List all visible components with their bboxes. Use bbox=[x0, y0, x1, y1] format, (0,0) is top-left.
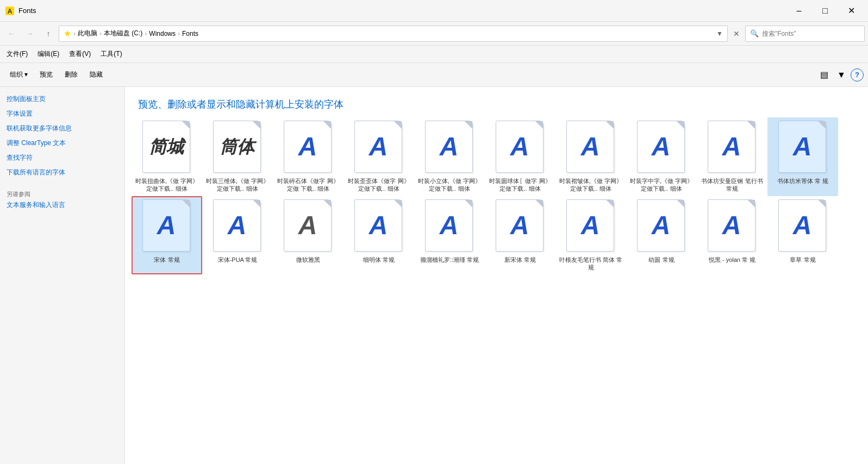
hide-button[interactable]: 隐藏 bbox=[84, 68, 108, 81]
breadcrumb-thispc[interactable]: 此电脑 bbox=[78, 29, 97, 38]
svg-text:A: A bbox=[8, 8, 13, 15]
search-icon: 🔍 bbox=[750, 29, 759, 37]
close-button[interactable]: ✕ bbox=[839, 2, 864, 20]
preview-button[interactable]: 预览 bbox=[34, 68, 58, 81]
view-toggle-button[interactable]: ▤ bbox=[816, 67, 832, 83]
font-name-f16: 新宋体 常规 bbox=[488, 256, 552, 264]
window-controls: – □ ✕ bbox=[786, 2, 864, 20]
font-name-f19: 悦黑 - yolan 常 规 bbox=[700, 256, 764, 264]
font-item-f19[interactable]: A悦黑 - yolan 常 规 bbox=[697, 196, 767, 275]
menu-file[interactable]: 文件(F) bbox=[2, 47, 32, 61]
sep3: › bbox=[145, 30, 147, 37]
font-name-f8: 时装字中字,《做 字网》定做下载.. 细体 bbox=[629, 177, 694, 193]
sidebar-link-settings[interactable]: 字体设置 bbox=[4, 108, 120, 120]
sep1: › bbox=[73, 30, 76, 37]
content-area: 预览、删除或者显示和隐藏计算机上安装的字体 简城时装扭曲体,《做 字网》定做下载… bbox=[125, 87, 868, 464]
font-name-f3: 时装碎石体《做字 网》定做 下载.. 细体 bbox=[276, 177, 340, 193]
font-name-f10: 书体坊米芾体 常 规 bbox=[771, 177, 835, 185]
app-icon: A bbox=[4, 5, 15, 16]
search-box[interactable]: 🔍 bbox=[745, 26, 865, 42]
font-item-f12[interactable]: A宋体-PUA 常规 bbox=[202, 196, 273, 275]
font-item-f7[interactable]: A时装褶皱体,《做 字网》定做下载.. 细体 bbox=[555, 117, 626, 196]
menu-edit[interactable]: 编辑(E) bbox=[33, 47, 64, 61]
font-name-f2: 时装三维体,《做 字网》定做下载.. 细体 bbox=[205, 177, 270, 193]
font-item-f1[interactable]: 简城时装扭曲体,《做 字网》定做下载.. 细体 bbox=[132, 117, 202, 196]
address-bar: ← → ↑ ★ › 此电脑 › 本地磁盘 (C:) › Windows › Fo… bbox=[0, 22, 868, 46]
font-name-f4: 时装歪歪体《做字 网》定做下载.. 细体 bbox=[347, 177, 411, 193]
font-name-f17: 叶根友毛笔行书 简体 常规 bbox=[559, 256, 623, 272]
sidebar-link-text-services[interactable]: 文本服务和输入语言 bbox=[4, 199, 120, 211]
font-item-f2[interactable]: 筒体时装三维体,《做 字网》定做下载.. 细体 bbox=[202, 117, 273, 196]
menu-view[interactable]: 查看(V) bbox=[65, 47, 95, 61]
sidebar-link-home[interactable]: 控制面板主页 bbox=[4, 93, 120, 105]
window-title: Fonts bbox=[18, 7, 786, 15]
minimize-button[interactable]: – bbox=[786, 2, 811, 20]
font-item-f18[interactable]: A幼圆 常规 bbox=[626, 196, 697, 275]
breadcrumb-c[interactable]: 本地磁盘 (C:) bbox=[104, 29, 142, 38]
search-input[interactable] bbox=[762, 30, 860, 37]
dropdown-icon[interactable]: ▼ bbox=[716, 30, 723, 37]
organize-button[interactable]: 组织 ▾ bbox=[4, 68, 33, 81]
breadcrumb[interactable]: ★ › 此电脑 › 本地磁盘 (C:) › Windows › Fonts ▼ bbox=[59, 26, 728, 42]
help-button[interactable]: ? bbox=[851, 68, 864, 81]
font-item-f16[interactable]: A新宋体 常规 bbox=[485, 196, 555, 275]
menu-tools[interactable]: 工具(T) bbox=[96, 47, 126, 61]
delete-button[interactable]: 删除 bbox=[59, 68, 83, 81]
breadcrumb-icon: ★ bbox=[64, 28, 71, 39]
font-name-f12: 宋体-PUA 常规 bbox=[205, 256, 270, 264]
font-item-f9[interactable]: A书体坊安曼臣钢 笔行书 常规 bbox=[697, 117, 767, 196]
font-name-f9: 书体坊安曼臣钢 笔行书 常规 bbox=[700, 177, 764, 193]
font-name-f20: 章草 常规 bbox=[771, 256, 835, 264]
breadcrumb-fonts[interactable]: Fonts bbox=[182, 30, 198, 37]
font-name-f14: 细明体 常规 bbox=[347, 256, 411, 264]
main-layout: 控制面板主页 字体设置 联机获取更多字体信息 调整 ClearType 文本 查… bbox=[0, 87, 868, 464]
font-item-f13[interactable]: A微软雅黑 bbox=[273, 196, 344, 275]
font-item-f6[interactable]: A时装圆球体〖做字 网》定做下载.. 细体 bbox=[485, 117, 555, 196]
font-item-f17[interactable]: A叶根友毛笔行书 简体 常规 bbox=[555, 196, 626, 275]
sep4: › bbox=[178, 30, 180, 37]
maximize-button[interactable]: □ bbox=[813, 2, 838, 20]
see-also-section: 另请参阅 文本服务和输入语言 bbox=[4, 189, 120, 211]
font-grid: 简城时装扭曲体,《做 字网》定做下载.. 细体筒体时装三维体,《做 字网》定做下… bbox=[129, 115, 864, 277]
font-name-f7: 时装褶皱体,《做 字网》定做下载.. 细体 bbox=[559, 177, 623, 193]
title-bar: A Fonts – □ ✕ bbox=[0, 0, 868, 22]
menu-bar: 文件(F) 编辑(E) 查看(V) 工具(T) bbox=[0, 46, 868, 63]
view-dropdown-button[interactable]: ▼ bbox=[833, 67, 850, 83]
font-name-f13: 微软雅黑 bbox=[276, 256, 340, 264]
address-clear-button[interactable]: ✕ bbox=[730, 27, 743, 40]
sidebar: 控制面板主页 字体设置 联机获取更多字体信息 调整 ClearType 文本 查… bbox=[0, 87, 125, 464]
font-name-f6: 时装圆球体〖做字 网》定做下载.. 细体 bbox=[488, 177, 552, 193]
content-toolbar: 组织 ▾ 预览 删除 隐藏 ▤ ▼ ? bbox=[0, 63, 868, 87]
font-item-f15[interactable]: A籀溜檣礼罗::潮瑾 常规 bbox=[414, 196, 485, 275]
sep2: › bbox=[99, 30, 102, 37]
font-item-f8[interactable]: A时装字中字,《做 字网》定做下载.. 细体 bbox=[626, 117, 697, 196]
breadcrumb-windows[interactable]: Windows bbox=[149, 30, 176, 37]
font-item-f11[interactable]: A宋体 常规 bbox=[132, 196, 202, 275]
sidebar-link-cleartype[interactable]: 调整 ClearType 文本 bbox=[4, 137, 120, 149]
font-name-f15: 籀溜檣礼罗::潮瑾 常规 bbox=[417, 256, 482, 264]
font-name-f5: 时装小立体,《做 字网》定做下载.. 细体 bbox=[417, 177, 482, 193]
font-item-f5[interactable]: A时装小立体,《做 字网》定做下载.. 细体 bbox=[414, 117, 485, 196]
up-button[interactable]: ↑ bbox=[40, 26, 57, 42]
font-name-f18: 幼圆 常规 bbox=[629, 256, 694, 264]
font-item-f20[interactable]: A章草 常规 bbox=[767, 196, 838, 275]
sidebar-link-online[interactable]: 联机获取更多字体信息 bbox=[4, 123, 120, 134]
font-item-f10[interactable]: A书体坊米芾体 常 规 bbox=[767, 117, 838, 196]
forward-button[interactable]: → bbox=[22, 26, 38, 42]
sidebar-link-find-char[interactable]: 查找字符 bbox=[4, 152, 120, 164]
font-item-f14[interactable]: A细明体 常规 bbox=[344, 196, 414, 275]
font-name-f11: 宋体 常规 bbox=[135, 256, 199, 264]
back-button[interactable]: ← bbox=[3, 26, 20, 42]
font-item-f3[interactable]: A时装碎石体《做字 网》定做 下载.. 细体 bbox=[273, 117, 344, 196]
see-also-title: 另请参阅 bbox=[4, 189, 120, 199]
font-item-f4[interactable]: A时装歪歪体《做字 网》定做下载.. 细体 bbox=[344, 117, 414, 196]
sidebar-link-download-all[interactable]: 下载所有语言的字体 bbox=[4, 167, 120, 178]
page-heading: 预览、删除或者显示和隐藏计算机上安装的字体 bbox=[129, 91, 864, 115]
font-name-f1: 时装扭曲体,《做 字网》定做下载.. 细体 bbox=[135, 177, 199, 193]
